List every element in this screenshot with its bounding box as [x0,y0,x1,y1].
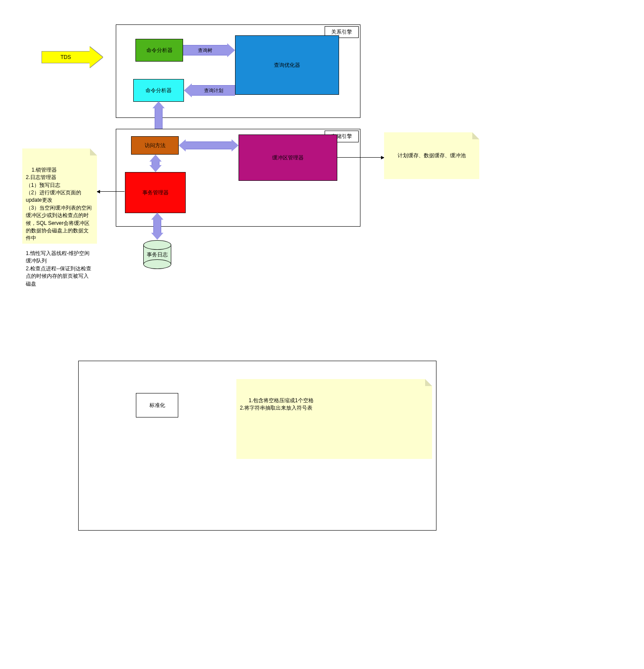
left-note: 1.锁管理器 2.日志管理器 （1）预写日志 （2）进行缓冲区页面的update… [22,148,97,244]
left-note-text: 1.锁管理器 2.日志管理器 （1）预写日志 （2）进行缓冲区页面的update… [26,167,92,287]
query-tree-arrow: 查询树 [183,45,235,55]
note-fold-icon [90,148,97,155]
arrow-to-left-note [97,191,125,192]
arrow-to-right-note [337,157,384,158]
query-optimizer: 查询优化器 [235,35,339,95]
buffer-manager: 缓冲区管理器 [239,134,337,181]
right-note-text: 计划缓存、数据缓存、缓冲池 [398,152,466,159]
storage-engine-container: 存储引擎 访问方法 缓冲区管理器 事务管理器 [116,129,360,227]
access-method: 访问方法 [131,136,179,155]
cylinder-label: 事务日志 [147,251,168,259]
tds-arrow-label: TDS [42,51,90,63]
note-fold-icon [472,132,479,139]
transaction-manager: 事务管理器 [125,172,186,213]
query-tree-label: 查询树 [183,45,227,55]
arrow-transaction-log [151,213,163,240]
arrow-access-buffer [179,139,239,152]
query-plan-arrow: 查询计划 [184,86,235,95]
transaction-log-cylinder: 事务日志 [143,245,171,265]
lower-note-text: 1.包含将空格压缩成1个空格 2.将字符串抽取出来放入符号表 [240,397,314,411]
lower-note: 1.包含将空格压缩成1个空格 2.将字符串抽取出来放入符号表 [236,379,432,459]
query-plan-label: 查询计划 [192,85,235,96]
command-analyzer-bottom: 命令分析器 [133,79,184,102]
right-note: 计划缓存、数据缓存、缓冲池 [384,132,479,179]
normalize-box: 标准化 [136,393,178,417]
tds-arrow: TDS [42,47,103,68]
lower-container: 标准化 1.包含将空格压缩成1个空格 2.将字符串抽取出来放入符号表 [78,361,436,531]
command-analyzer-top: 命令分析器 [135,39,183,62]
note-fold-icon [425,379,432,386]
arrow-access-transaction [149,155,162,172]
diagram-canvas: TDS 关系引擎 命令分析器 查询优化器 查询树 命令分析器 查询计划 存储引擎… [0,0,644,669]
